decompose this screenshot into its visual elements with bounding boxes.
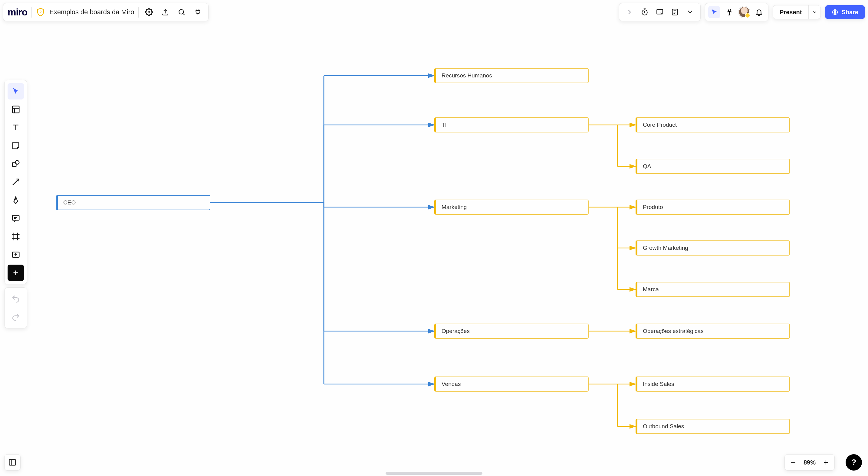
separator — [138, 7, 138, 18]
text-tool[interactable] — [7, 120, 24, 136]
cursor-mode-icon[interactable] — [708, 6, 720, 18]
reactions-icon[interactable] — [723, 6, 736, 18]
comment-tool[interactable] — [7, 210, 24, 227]
upload-tool[interactable] — [7, 246, 24, 263]
more-apps-tool[interactable] — [7, 265, 24, 281]
board-canvas[interactable]: CEORecursos HumanosTICore ProductQAMarke… — [0, 0, 868, 476]
node-sub-1-1[interactable]: QA — [636, 159, 790, 174]
node-ceo[interactable]: CEO — [56, 195, 210, 210]
shape-tool[interactable] — [7, 156, 24, 172]
svg-point-1 — [148, 11, 150, 13]
svg-point-9 — [16, 161, 19, 165]
node-sub-2-0[interactable]: Produto — [636, 200, 790, 215]
sticky-note-tool[interactable] — [7, 138, 24, 154]
header-right-toolbar-1 — [619, 3, 701, 21]
screen-icon[interactable] — [654, 6, 666, 18]
timer-icon[interactable] — [639, 6, 651, 18]
node-dept-3[interactable]: Operações — [434, 324, 589, 339]
board-title[interactable]: Exemplos de boards da Miro — [49, 8, 134, 16]
list-icon[interactable] — [669, 6, 681, 18]
chevron-right-icon[interactable] — [623, 6, 636, 18]
header-right-toolbar-2 — [705, 3, 768, 21]
miro-logo[interactable]: miro — [7, 7, 27, 18]
collapse-panels-button[interactable] — [4, 454, 21, 471]
user-avatar[interactable] — [739, 6, 750, 18]
more-chevron-icon[interactable] — [684, 6, 696, 18]
plan-shield-icon[interactable]: 2 — [36, 7, 45, 16]
node-dept-0[interactable]: Recursos Humanos — [434, 68, 589, 83]
history-panel — [4, 287, 27, 329]
node-dept-1[interactable]: TI — [434, 117, 589, 132]
export-icon[interactable] — [159, 6, 171, 18]
node-sub-4-1[interactable]: Outbound Sales — [636, 419, 790, 434]
settings-icon[interactable] — [143, 6, 155, 18]
node-sub-2-2[interactable]: Marca — [636, 282, 790, 297]
separator — [31, 7, 32, 18]
redo-button[interactable] — [7, 309, 24, 325]
connector-tool[interactable] — [7, 174, 24, 190]
notifications-icon[interactable] — [753, 6, 765, 18]
share-label: Share — [841, 9, 858, 16]
zoom-out-button[interactable]: − — [789, 457, 798, 467]
pen-tool[interactable] — [7, 192, 24, 208]
plug-icon[interactable] — [192, 6, 204, 18]
svg-rect-4 — [657, 9, 663, 14]
zoom-value[interactable]: 89% — [804, 459, 816, 466]
frame-tool[interactable] — [7, 228, 24, 245]
zoom-controls: − 89% + — [784, 454, 835, 471]
node-sub-4-0[interactable]: Inside Sales — [636, 376, 790, 392]
zoom-in-button[interactable]: + — [822, 457, 830, 467]
svg-point-2 — [179, 9, 184, 14]
header-left-toolbar: miro 2 Exemplos de boards da Miro — [3, 3, 209, 21]
node-sub-3-0[interactable]: Operações estratégicas — [636, 324, 790, 339]
undo-button[interactable] — [7, 291, 24, 307]
horizontal-scrollbar[interactable] — [385, 472, 483, 475]
help-button[interactable]: ? — [846, 454, 862, 471]
search-icon[interactable] — [176, 6, 188, 18]
present-button[interactable]: Present — [773, 9, 808, 16]
svg-text:2: 2 — [40, 10, 42, 14]
node-sub-2-1[interactable]: Growth Marketing — [636, 240, 790, 256]
node-dept-2[interactable]: Marketing — [434, 200, 589, 215]
template-tool[interactable] — [7, 101, 24, 117]
svg-rect-12 — [9, 460, 16, 466]
node-dept-4[interactable]: Vendas — [434, 376, 589, 392]
share-button[interactable]: Share — [825, 5, 865, 19]
node-sub-1-0[interactable]: Core Product — [636, 117, 790, 132]
tools-panel — [4, 80, 27, 284]
globe-icon — [832, 9, 838, 15]
select-tool[interactable] — [7, 83, 24, 100]
present-dropdown[interactable] — [808, 5, 820, 19]
sidebar-toggle-icon — [8, 458, 17, 467]
svg-rect-7 — [12, 106, 19, 113]
present-button-group: Present — [773, 5, 821, 19]
